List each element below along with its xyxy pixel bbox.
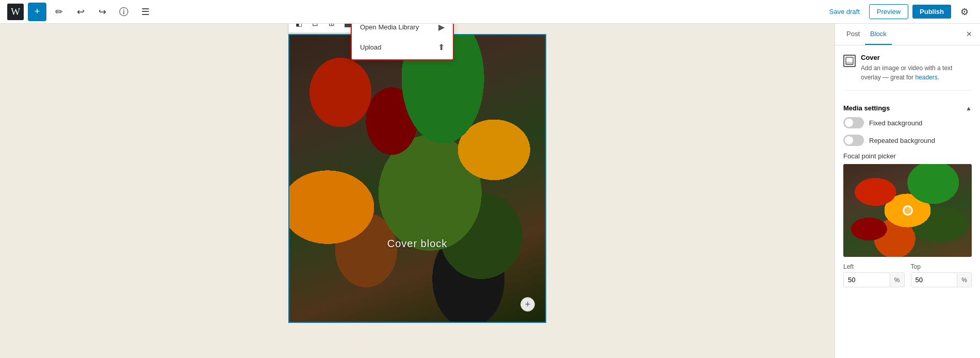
info-button[interactable]: ⓘ <box>115 3 133 21</box>
align-none-button[interactable]: ⊟ <box>307 24 323 31</box>
upload-item[interactable]: Upload ⬆ <box>352 37 453 57</box>
media-settings-header[interactable]: Media settings ▲ <box>843 99 972 117</box>
headers-link[interactable]: headers <box>915 74 937 81</box>
cover-description: Add an image or video with a text overla… <box>861 63 972 82</box>
add-block-inside-button[interactable]: + <box>520 297 535 312</box>
media-library-icon: ▶ <box>438 24 445 32</box>
focal-point-marker[interactable] <box>903 205 913 216</box>
publish-button[interactable]: Publish <box>912 5 951 19</box>
toggle-knob <box>845 119 853 127</box>
media-settings-section: Media settings ▲ Fixed background Repeat… <box>843 99 972 287</box>
left-percent: % <box>890 273 904 287</box>
sidebar-tabs: Post Block × <box>835 24 980 45</box>
focal-inputs: Left % Top % <box>843 263 972 287</box>
fixed-background-label: Fixed background <box>869 119 922 127</box>
redo-button[interactable]: ↪ <box>93 3 111 21</box>
cover-block-text: Cover block <box>387 238 448 250</box>
gear-icon: ⚙ <box>960 6 969 18</box>
info-icon: ⓘ <box>119 6 128 18</box>
open-media-library-item[interactable]: Open Media Library ▶ <box>352 24 453 37</box>
plus-icon: + <box>35 6 40 17</box>
svg-rect-3 <box>846 62 853 64</box>
redo-icon: ↪ <box>99 6 106 18</box>
top-label: Top <box>911 263 972 270</box>
fixed-background-row: Fixed background <box>843 117 972 128</box>
add-block-button[interactable]: + <box>28 3 46 21</box>
top-input[interactable] <box>911 273 957 287</box>
cover-block-overlay: Cover block <box>289 35 545 322</box>
save-draft-button[interactable]: Save draft <box>824 5 865 19</box>
cover-block-icon <box>843 55 856 67</box>
repeated-background-toggle[interactable] <box>843 135 864 146</box>
toolbar-right-group: Save draft Preview Publish ⚙ <box>824 3 974 21</box>
main-layout: ◧ ⊟ ⊞ ⬛ ◯ Replace ⋮ <box>0 24 980 358</box>
fixed-background-toggle[interactable] <box>843 117 864 128</box>
block-toolbar: ◧ ⊟ ⊞ ⬛ ◯ Replace ⋮ <box>288 24 429 33</box>
top-input-wrapper: % <box>911 272 972 287</box>
top-input-group: Top % <box>911 263 972 287</box>
top-percent: % <box>957 273 971 287</box>
left-input-wrapper: % <box>843 272 905 287</box>
sidebar-icon: ◧ <box>296 24 302 27</box>
edit-button[interactable]: ✏ <box>50 3 68 21</box>
cover-title: Cover <box>861 54 972 61</box>
toolbar-left-group: W + ✏ ↩ ↪ ⓘ ☰ <box>6 3 155 21</box>
undo-icon: ↩ <box>77 6 85 18</box>
settings-button[interactable]: ⚙ <box>955 3 974 21</box>
repeated-background-row: Repeated background <box>843 135 972 146</box>
canvas-area: ◧ ⊟ ⊞ ⬛ ◯ Replace ⋮ <box>0 24 835 358</box>
media-settings-title: Media settings <box>843 104 890 112</box>
block-wrapper: ◧ ⊟ ⊞ ⬛ ◯ Replace ⋮ <box>288 34 546 323</box>
left-input-group: Left % <box>843 263 905 287</box>
focal-point-image[interactable] <box>843 164 972 257</box>
align-wide-icon: ⊞ <box>329 24 335 27</box>
cover-block-info: Cover Add an image or video with a text … <box>843 54 972 91</box>
tab-post[interactable]: Post <box>841 24 865 45</box>
focal-point-label: Focal point picker <box>843 152 972 160</box>
align-none-icon: ⊟ <box>312 24 318 27</box>
align-wide-button[interactable]: ⊞ <box>324 24 339 31</box>
undo-button[interactable]: ↩ <box>71 3 90 21</box>
replace-dropdown: Open Media Library ▶ Upload ⬆ <box>351 24 454 60</box>
edit-icon: ✏ <box>55 6 63 18</box>
top-toolbar: W + ✏ ↩ ↪ ⓘ ☰ Save draft Preview Publish <box>0 0 980 24</box>
focal-point-picker-section: Focal point picker Left % <box>843 152 972 287</box>
preview-button[interactable]: Preview <box>869 4 908 19</box>
wp-logo[interactable]: W <box>6 3 25 21</box>
upload-icon: ⬆ <box>438 42 445 52</box>
tab-block[interactable]: Block <box>865 24 892 45</box>
cover-info-text: Cover Add an image or video with a text … <box>861 54 972 82</box>
repeated-background-label: Repeated background <box>869 137 935 144</box>
right-sidebar: Post Block × Cover Add an image or video… <box>835 24 980 358</box>
sidebar-toggle-button[interactable]: ◧ <box>291 24 306 31</box>
list-view-icon: ☰ <box>141 6 150 18</box>
sidebar-content: Cover Add an image or video with a text … <box>835 45 980 358</box>
close-sidebar-button[interactable]: × <box>964 27 974 42</box>
svg-text:W: W <box>11 6 21 17</box>
left-label: Left <box>843 263 905 270</box>
list-view-button[interactable]: ☰ <box>136 3 155 21</box>
cover-block[interactable]: Cover block + <box>288 34 546 323</box>
chevron-up-icon: ▲ <box>966 105 972 112</box>
toggle-knob-2 <box>845 136 853 144</box>
left-input[interactable] <box>844 273 890 287</box>
